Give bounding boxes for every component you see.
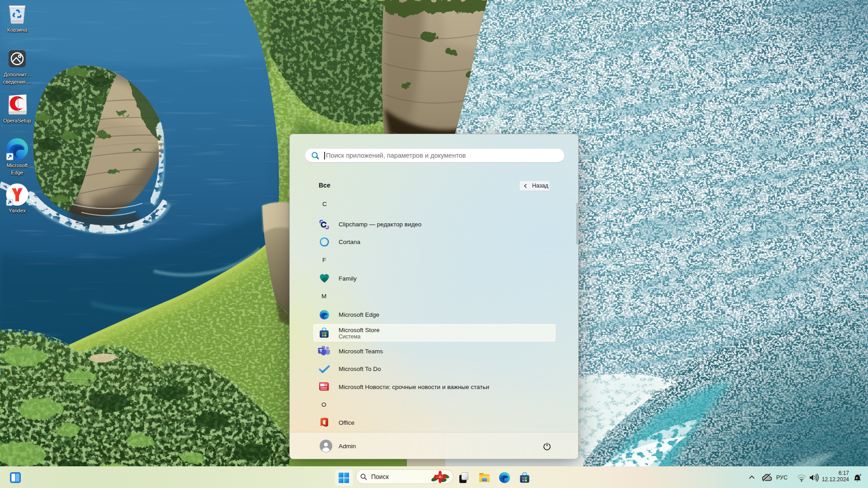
svg-text:z: z	[860, 473, 862, 476]
svg-text:z: z	[856, 476, 858, 480]
